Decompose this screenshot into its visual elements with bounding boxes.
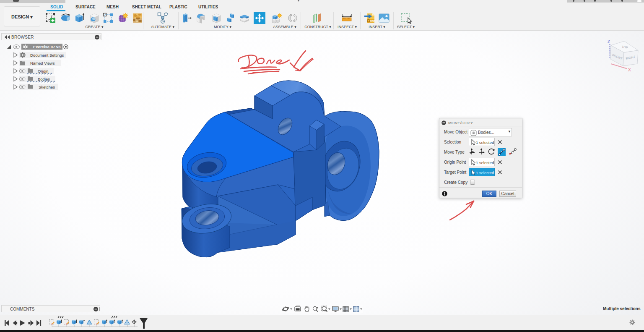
svg-text:Bodies: Bodies	[38, 77, 50, 81]
svg-text:Document Settings: Document Settings	[30, 53, 64, 58]
svg-text:Sketches: Sketches	[39, 85, 55, 89]
svg-text:Origin: Origin	[38, 69, 48, 73]
svg-text:Exercise 07 v3: Exercise 07 v3	[33, 44, 61, 49]
svg-text:Named Views: Named Views	[30, 61, 55, 65]
